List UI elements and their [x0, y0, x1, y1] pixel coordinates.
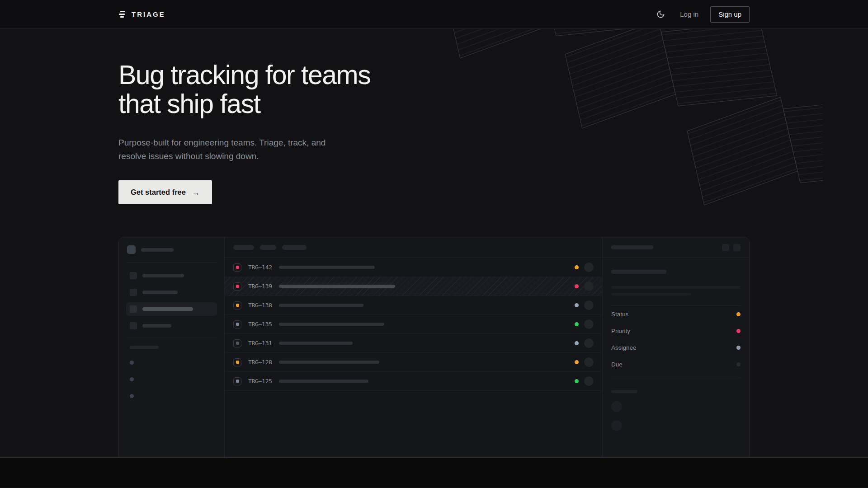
property-label: Status — [611, 311, 628, 318]
site-footer — [0, 458, 868, 488]
issue-type-chip — [233, 377, 241, 385]
property-value-dot — [736, 329, 741, 333]
issue-detail-panel: Status Priority Assignee Due — [603, 237, 749, 458]
sidebar-divider — [126, 339, 217, 339]
arrow-right-icon: → — [192, 188, 200, 197]
issue-assignee-avatar — [584, 319, 594, 329]
issue-skeleton-bar — [279, 266, 375, 269]
issue-row[interactable]: TRG–125 — [225, 372, 602, 391]
workspace-switcher[interactable] — [127, 245, 217, 254]
property-value-dot — [736, 346, 741, 350]
app-mockup: TRG–142 TRG–139 TRG–138 TRG–135 — [118, 237, 750, 458]
issue-type-chip — [233, 339, 241, 347]
issue-row[interactable]: TRG–131 — [225, 334, 602, 353]
list-tab-skeleton[interactable] — [282, 245, 307, 250]
list-tab-skeleton[interactable] — [233, 245, 254, 250]
issue-status-dot — [575, 341, 579, 345]
issue-row[interactable]: TRG–128 — [225, 353, 602, 372]
sidebar-section-label-skeleton — [130, 346, 159, 349]
issue-id: TRG–135 — [248, 321, 272, 328]
property-value-dot — [736, 362, 741, 366]
page-title: Bug tracking for teamsthat ship fast — [118, 29, 750, 119]
detail-body: Status Priority Assignee Due — [603, 258, 749, 443]
issue-type-chip — [233, 301, 241, 310]
detail-title-skeleton — [611, 245, 653, 249]
sidebar-nav — [126, 269, 217, 333]
moon-icon — [656, 10, 665, 19]
sidebar-dot — [130, 394, 134, 398]
property-row[interactable]: Assignee — [611, 339, 741, 356]
brand-name: TRIAGE — [132, 10, 165, 18]
sidebar-nav-item[interactable] — [126, 302, 217, 316]
property-row[interactable]: Priority — [611, 323, 741, 339]
cta-label: Get started free — [131, 188, 186, 197]
login-link[interactable]: Log in — [680, 10, 698, 18]
issue-status-dot — [575, 284, 579, 288]
issue-skeleton-bar — [279, 304, 363, 307]
triage-logo-icon — [118, 10, 127, 19]
issue-row[interactable]: TRG–142 — [225, 258, 602, 277]
signup-button[interactable]: Sign up — [710, 6, 750, 23]
workspace-name-skeleton — [141, 248, 174, 252]
property-label: Due — [611, 361, 623, 368]
sidebar-nav-item[interactable] — [126, 286, 217, 299]
sidebar-nav-icon — [130, 322, 137, 329]
issue-assignee-avatar — [584, 282, 594, 291]
issue-id: TRG–139 — [248, 283, 272, 290]
activity-avatar-skeleton — [611, 420, 622, 431]
issue-title-skeleton — [611, 270, 666, 274]
sidebar-nav-item[interactable] — [126, 269, 217, 282]
issue-status-dot — [575, 379, 579, 383]
property-row[interactable]: Due — [611, 356, 741, 373]
issue-assignee-avatar — [584, 263, 594, 272]
sidebar-nav-label-skeleton — [142, 307, 193, 311]
issue-assignee-avatar — [584, 357, 594, 367]
issue-type-dot — [236, 304, 239, 307]
issue-status-dot — [575, 322, 579, 326]
issue-type-dot — [236, 380, 239, 383]
brand-logo[interactable]: TRIAGE — [118, 10, 165, 19]
issue-assignee-avatar — [584, 300, 594, 310]
sidebar-nav-icon — [130, 305, 137, 313]
issue-type-dot — [236, 361, 239, 364]
sidebar-nav-icon — [130, 289, 137, 296]
issue-assignee-avatar — [584, 338, 594, 348]
header-nav: Log in Sign up — [653, 6, 750, 23]
issue-list-header — [225, 237, 602, 258]
theme-toggle-button[interactable] — [653, 7, 668, 22]
issue-list: TRG–142 TRG–139 TRG–138 TRG–135 — [225, 258, 602, 391]
issue-type-chip — [233, 358, 241, 366]
sidebar-divider — [126, 262, 217, 263]
property-value-dot — [736, 312, 741, 316]
property-label: Assignee — [611, 344, 637, 351]
sidebar-dot-list — [126, 361, 217, 398]
description-skeleton — [611, 286, 741, 289]
site-header: TRIAGE Log in Sign up — [0, 0, 868, 29]
issue-type-chip — [233, 320, 241, 328]
issue-row[interactable]: TRG–135 — [225, 315, 602, 334]
property-row[interactable]: Status — [611, 306, 741, 323]
issue-row[interactable]: TRG–138 — [225, 296, 602, 315]
issue-type-dot — [236, 342, 239, 345]
detail-action-button[interactable] — [733, 244, 741, 251]
sidebar-nav-label-skeleton — [142, 291, 178, 294]
list-tab-skeleton[interactable] — [260, 245, 276, 250]
issue-status-dot — [575, 360, 579, 364]
sidebar-nav-item[interactable] — [126, 319, 217, 333]
sidebar-dot — [130, 377, 134, 381]
detail-action-button[interactable] — [722, 244, 729, 251]
issue-type-dot — [236, 266, 239, 269]
get-started-button[interactable]: Get started free → — [118, 180, 212, 204]
sidebar-nav-label-skeleton — [142, 324, 171, 328]
issue-type-dot — [236, 285, 239, 288]
hero-section: Bug tracking for teamsthat ship fast Pur… — [0, 29, 868, 458]
mockup-sidebar — [119, 237, 225, 458]
issue-id: TRG–128 — [248, 359, 272, 366]
sidebar-dot — [130, 361, 134, 365]
hero-subtitle: Purpose-built for engineering teams. Tri… — [118, 136, 750, 164]
issue-row[interactable]: TRG–139 — [225, 277, 602, 296]
issue-skeleton-bar — [279, 323, 384, 326]
issue-skeleton-bar — [279, 361, 379, 364]
sidebar-nav-label-skeleton — [142, 274, 184, 277]
issue-list-panel: TRG–142 TRG–139 TRG–138 TRG–135 — [225, 237, 603, 458]
